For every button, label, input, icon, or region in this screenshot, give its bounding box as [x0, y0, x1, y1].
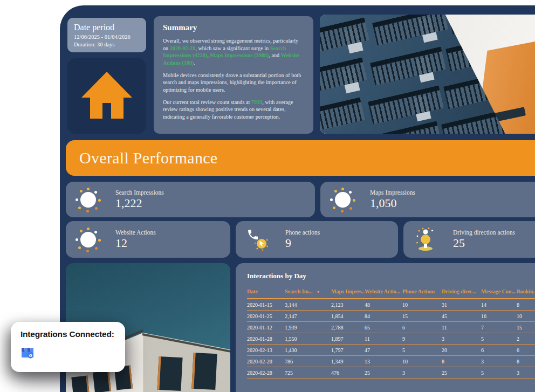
column-header-message-conversations[interactable]: Message Con... [481, 286, 517, 299]
summary-highlight-maps: Maps Impressions (3988) [210, 52, 269, 58]
phone-icon [245, 226, 271, 252]
photo-balcony [320, 97, 365, 134]
table-cell: 1,430 [285, 345, 331, 356]
table-cell: 25 [442, 367, 481, 379]
metric-value: 9 [285, 236, 320, 250]
table-row[interactable]: 2020-02-287254762532553 [247, 367, 535, 379]
table-cell: 65 [365, 322, 402, 333]
sun-icon [330, 187, 355, 212]
table-cell: 8 [442, 356, 481, 367]
table-cell: 1,854 [331, 311, 365, 322]
table-cell: 3 [442, 333, 481, 345]
table-row[interactable]: 2020-02-207861,3491310838 [247, 356, 535, 367]
summary-paragraph-3: Our current total review count stands at… [163, 99, 304, 121]
metric-card-search-impressions: Search Impressions 1,222 [66, 182, 315, 217]
metric-value: 1,050 [370, 196, 415, 210]
table-cell: 1,550 [285, 333, 331, 345]
summary-text: , which saw a significant surge in [195, 45, 270, 51]
metric-label: Driving direction actions [453, 229, 515, 236]
table-cell: 1,349 [331, 356, 365, 367]
table-cell: 5 [402, 345, 442, 356]
table-cell: 2020-01-12 [247, 322, 285, 333]
table-cell: 1,797 [331, 345, 365, 356]
table-row[interactable]: 2020-01-121,9392,78865611715 [247, 322, 535, 333]
table-cell: 2020-02-13 [247, 345, 285, 356]
section-banner: Overall Performance [66, 140, 535, 176]
table-cell: 1,939 [285, 322, 331, 333]
sort-desc-icon[interactable]: ▼ [316, 290, 320, 294]
table-cell: 725 [285, 367, 331, 379]
interactions-title: Interactions by Day [247, 272, 535, 280]
table-cell: 10 [517, 311, 535, 322]
sun-icon [75, 226, 101, 252]
google-business-icon[interactable]: G [20, 346, 35, 362]
table-cell: 7 [481, 322, 517, 333]
table-cell: 5 [481, 333, 517, 345]
table-cell: 2,788 [331, 322, 365, 333]
metric-value: 25 [453, 236, 515, 250]
summary-highlight-reviews: 7933 [251, 99, 262, 105]
table-cell: 45 [442, 311, 481, 322]
map-pin-icon [413, 226, 438, 252]
column-header-bookings[interactable]: Bookin... [517, 286, 535, 299]
metric-value: 12 [115, 236, 156, 250]
table-row[interactable]: 2020-01-252,1471,8548415451610 [247, 311, 535, 322]
summary-title: Summary [163, 23, 304, 32]
table-cell: 15 [517, 322, 535, 333]
column-header-search-impressions[interactable]: Search Im...▼ [285, 286, 331, 299]
table-cell: 2020-01-15 [247, 299, 285, 311]
metric-label: Website Actions [115, 229, 156, 236]
photo-balcony [370, 46, 446, 85]
summary-paragraph-2: Mobile devices consistently drove a subs… [163, 72, 304, 94]
table-cell: 25 [365, 367, 402, 379]
interactions-card: Interactions by Day Date Search Im...▼ M… [236, 263, 535, 392]
metric-label: Search Impressions [115, 189, 164, 196]
table-row[interactable]: 2020-01-153,1442,123481031148 [247, 299, 535, 311]
table-cell: 2020-02-28 [247, 367, 285, 379]
column-header-date[interactable]: Date [247, 286, 285, 299]
metric-card-maps-impressions: Maps Impressions 1,050 [320, 182, 535, 217]
table-cell: 2020-01-25 [247, 311, 285, 322]
table-cell: 10 [402, 299, 442, 311]
app-window: Date period 12/06/2025 - 01/04/2026 Dura… [0, 0, 535, 392]
building-photo-top [320, 15, 535, 134]
table-cell: 10 [402, 356, 442, 367]
table-row[interactable]: 2020-02-131,4301,7974752066 [247, 345, 535, 356]
column-header-phone-actions[interactable]: Phone Actions [402, 286, 442, 299]
interactions-table: Date Search Im...▼ Maps Impres... Websit… [247, 286, 535, 379]
table-cell: 6 [481, 345, 517, 356]
column-header-website-actions[interactable]: Website Actio... [365, 286, 402, 299]
table-cell: 11 [365, 333, 402, 345]
column-header-driving-directions[interactable]: Driving direc... [442, 286, 481, 299]
metric-value: 1,222 [115, 196, 164, 210]
summary-text: Our current total review count stands at [163, 99, 251, 105]
sun-icon [75, 187, 101, 212]
metric-card-website-actions: Website Actions 12 [66, 221, 230, 258]
table-header-row: Date Search Im...▼ Maps Impres... Websit… [247, 286, 535, 299]
photo-window [157, 356, 182, 391]
table-cell: 3 [402, 367, 442, 379]
table-cell: 48 [365, 299, 402, 311]
photo-balcony [320, 57, 367, 96]
table-cell: 47 [365, 345, 402, 356]
table-cell: 476 [331, 367, 365, 379]
metric-card-phone-actions: Phone actions 9 [236, 221, 398, 258]
table-cell: 8 [517, 299, 535, 311]
table-cell: 11 [442, 322, 481, 333]
svg-text:G: G [29, 353, 32, 358]
table-cell: 6 [402, 322, 442, 333]
table-cell: 2020-01-28 [247, 333, 285, 345]
column-header-maps-impressions[interactable]: Maps Impres... [331, 286, 365, 299]
summary-highlight-date: 2020-02-20 [170, 45, 196, 51]
photo-window [93, 370, 111, 392]
table-cell: 16 [481, 311, 517, 322]
table-row[interactable]: 2020-01-281,5501,897119352 [247, 333, 535, 345]
summary-text: . [194, 60, 195, 66]
integrations-title: Integrations Connected: [20, 329, 125, 339]
table-cell: 3 [517, 367, 535, 379]
table-cell: 2,147 [285, 311, 331, 322]
integrations-card: Integrations Connected: G [11, 322, 125, 372]
table-cell: 3 [481, 356, 517, 367]
photo-window [72, 376, 90, 392]
date-period-card: Date period 12/06/2025 - 01/04/2026 Dura… [67, 18, 146, 52]
